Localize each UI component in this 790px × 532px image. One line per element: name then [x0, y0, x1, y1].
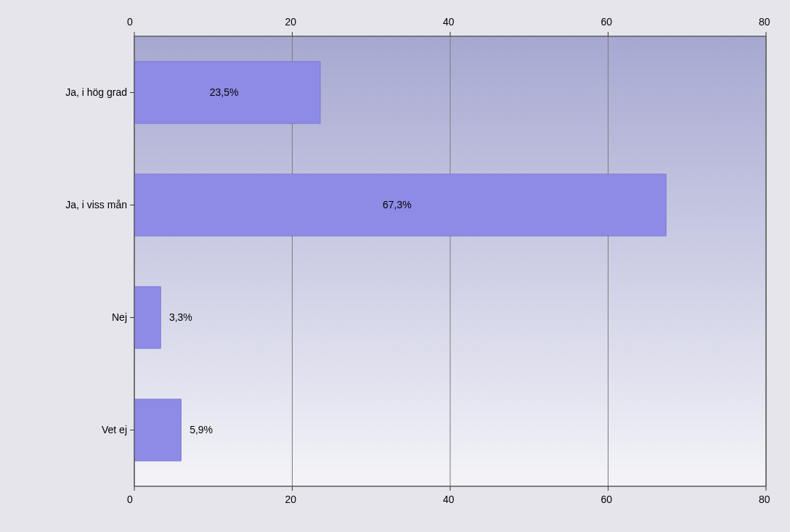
plot-area [130, 32, 766, 491]
x-tick-bottom: 40 [443, 494, 455, 505]
x-tick-top: 80 [759, 16, 770, 28]
chart-container: 002020404060608080Ja, i hög grad23,5%Ja,… [0, 0, 790, 532]
y-category-label: Ja, i hög grad [65, 86, 127, 98]
bar-value-label: 5,9% [190, 424, 213, 435]
chart-svg [0, 0, 790, 532]
y-category-label: Ja, i viss mån [65, 199, 127, 210]
bar-value-label: 23,5% [210, 86, 239, 98]
bar-value-label: 67,3% [383, 199, 412, 210]
bar-value-label: 3,3% [169, 311, 192, 323]
svg-rect-20 [135, 287, 161, 348]
x-tick-bottom: 20 [285, 494, 297, 505]
x-tick-top: 60 [601, 16, 613, 28]
svg-rect-22 [135, 399, 182, 461]
x-tick-top: 0 [127, 16, 133, 28]
y-category-label: Vet ej [102, 424, 127, 435]
y-category-label: Nej [112, 311, 127, 323]
x-tick-bottom: 80 [759, 494, 770, 505]
x-tick-bottom: 60 [601, 494, 613, 505]
x-tick-top: 20 [285, 16, 297, 28]
x-tick-bottom: 0 [127, 494, 133, 505]
x-tick-top: 40 [443, 16, 455, 28]
